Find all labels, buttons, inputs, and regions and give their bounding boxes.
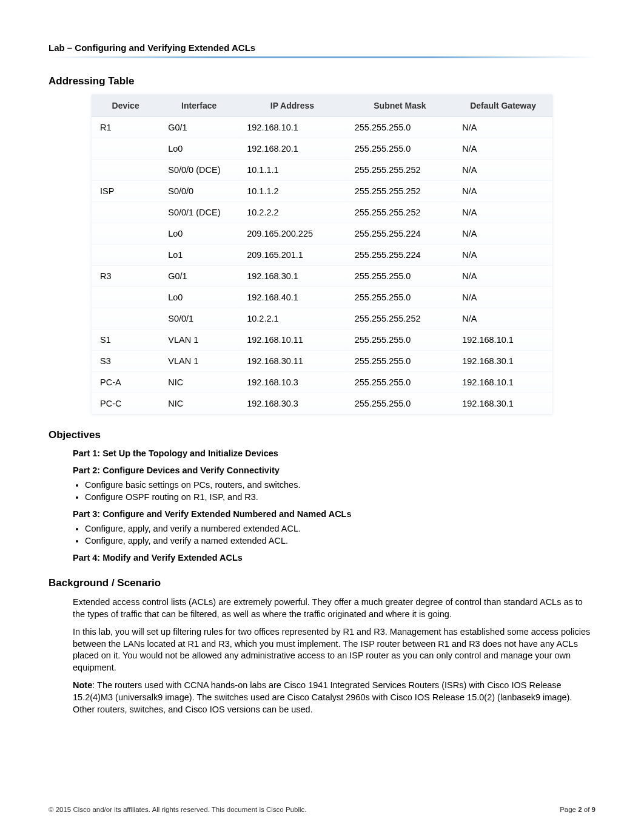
objectives-heading: Objectives <box>49 429 595 441</box>
table-cell: 255.255.255.0 <box>346 330 454 351</box>
objectives-block: Part 1: Set Up the Topology and Initiali… <box>73 448 595 563</box>
table-cell: S0/0/0 (DCE) <box>159 160 238 181</box>
table-row: S3VLAN 1192.168.30.11255.255.255.0192.16… <box>92 351 552 372</box>
table-row: PC-CNIC192.168.30.3255.255.255.0192.168.… <box>92 393 552 414</box>
table-cell: 10.1.1.2 <box>238 181 346 202</box>
table-cell: 255.255.255.252 <box>346 308 454 330</box>
table-row: S0/0/1 (DCE)10.2.2.2255.255.255.252N/A <box>92 202 552 223</box>
table-cell <box>92 245 159 266</box>
table-cell: 192.168.10.1 <box>454 330 552 351</box>
table-cell: N/A <box>454 202 552 223</box>
table-cell: VLAN 1 <box>159 330 238 351</box>
table-row: R1G0/1192.168.10.1255.255.255.0N/A <box>92 117 552 138</box>
header-divider <box>49 56 595 58</box>
table-cell: 192.168.10.1 <box>238 117 346 138</box>
background-p2: In this lab, you will set up filtering r… <box>73 626 595 674</box>
table-row: PC-ANIC192.168.10.3255.255.255.0192.168.… <box>92 372 552 393</box>
table-cell: Lo0 <box>159 287 238 308</box>
table-cell <box>92 138 159 160</box>
part3-bullets: Configure, apply, and verify a numbered … <box>73 524 595 546</box>
table-cell: 192.168.20.1 <box>238 138 346 160</box>
table-cell: 255.255.255.252 <box>346 202 454 223</box>
table-row: Lo0192.168.20.1255.255.255.0N/A <box>92 138 552 160</box>
table-cell: Lo1 <box>159 245 238 266</box>
table-cell: R1 <box>92 117 159 138</box>
doc-title: Lab – Configuring and Verifying Extended… <box>49 42 595 53</box>
table-cell: PC-A <box>92 372 159 393</box>
table-cell: 10.2.2.1 <box>238 308 346 330</box>
table-row: S0/0/110.2.2.1255.255.255.252N/A <box>92 308 552 330</box>
note-label: Note <box>73 680 92 690</box>
table-row: Lo1209.165.201.1255.255.255.224N/A <box>92 245 552 266</box>
table-cell: R3 <box>92 266 159 287</box>
list-item: Configure basic settings on PCs, routers… <box>85 480 595 490</box>
footer-page-total: 9 <box>592 806 595 813</box>
table-cell: NIC <box>159 393 238 414</box>
table-cell: N/A <box>454 160 552 181</box>
table-row: S1VLAN 1192.168.10.11255.255.255.0192.16… <box>92 330 552 351</box>
table-cell <box>92 308 159 330</box>
table-cell: 192.168.30.3 <box>238 393 346 414</box>
table-cell: S0/0/1 <box>159 308 238 330</box>
part2-bullets: Configure basic settings on PCs, routers… <box>73 480 595 502</box>
part4-heading: Part 4: Modify and Verify Extended ACLs <box>73 553 595 563</box>
table-cell: S0/0/0 <box>159 181 238 202</box>
table-cell: 255.255.255.0 <box>346 138 454 160</box>
part2-heading: Part 2: Configure Devices and Verify Con… <box>73 465 595 475</box>
table-cell: NIC <box>159 372 238 393</box>
table-cell: N/A <box>454 223 552 245</box>
table-cell: Lo0 <box>159 138 238 160</box>
table-cell: S1 <box>92 330 159 351</box>
col-mask: Subnet Mask <box>346 95 454 117</box>
table-cell: 192.168.10.3 <box>238 372 346 393</box>
list-item: Configure, apply, and verify a named ext… <box>85 536 595 546</box>
table-cell: N/A <box>454 245 552 266</box>
col-device: Device <box>92 95 159 117</box>
table-cell <box>92 202 159 223</box>
col-interface: Interface <box>159 95 238 117</box>
table-cell: 255.255.255.0 <box>346 393 454 414</box>
table-cell: S0/0/1 (DCE) <box>159 202 238 223</box>
table-cell: PC-C <box>92 393 159 414</box>
table-cell: VLAN 1 <box>159 351 238 372</box>
table-cell <box>92 223 159 245</box>
table-cell: 192.168.10.11 <box>238 330 346 351</box>
table-row: R3G0/1192.168.30.1255.255.255.0N/A <box>92 266 552 287</box>
table-cell: 10.1.1.1 <box>238 160 346 181</box>
footer-left: © 2015 Cisco and/or its affiliates. All … <box>49 806 306 813</box>
table-cell: 192.168.10.1 <box>454 372 552 393</box>
table-cell: 255.255.255.252 <box>346 181 454 202</box>
table-cell: G0/1 <box>159 117 238 138</box>
table-cell: 192.168.30.1 <box>454 393 552 414</box>
table-cell: 255.255.255.0 <box>346 287 454 308</box>
part3-heading: Part 3: Configure and Verify Extended Nu… <box>73 509 595 519</box>
background-p1: Extended access control lists (ACLs) are… <box>73 597 595 620</box>
table-cell: N/A <box>454 117 552 138</box>
table-cell: 255.255.255.0 <box>346 266 454 287</box>
list-item: Configure, apply, and verify a numbered … <box>85 524 595 533</box>
table-cell: 192.168.30.1 <box>238 266 346 287</box>
list-item: Configure OSPF routing on R1, ISP, and R… <box>85 492 595 502</box>
table-cell: 192.168.40.1 <box>238 287 346 308</box>
footer-right: Page 2 of 9 <box>560 806 595 813</box>
table-cell: 255.255.255.224 <box>346 245 454 266</box>
table-cell: 255.255.255.0 <box>346 351 454 372</box>
table-cell: N/A <box>454 138 552 160</box>
table-cell: ISP <box>92 181 159 202</box>
col-gateway: Default Gateway <box>454 95 552 117</box>
table-row: S0/0/0 (DCE)10.1.1.1255.255.255.252N/A <box>92 160 552 181</box>
background-block: Extended access control lists (ACLs) are… <box>73 597 595 715</box>
footer-page-prefix: Page <box>560 806 578 813</box>
table-cell: Lo0 <box>159 223 238 245</box>
table-cell <box>92 160 159 181</box>
table-row: Lo0192.168.40.1255.255.255.0N/A <box>92 287 552 308</box>
table-cell: G0/1 <box>159 266 238 287</box>
table-header-row: Device Interface IP Address Subnet Mask … <box>92 95 552 117</box>
table-cell: 209.165.200.225 <box>238 223 346 245</box>
part1-heading: Part 1: Set Up the Topology and Initiali… <box>73 448 595 458</box>
background-note: Note: The routers used with CCNA hands-o… <box>73 680 595 715</box>
table-cell: N/A <box>454 287 552 308</box>
table-cell: N/A <box>454 308 552 330</box>
table-cell: 192.168.30.11 <box>238 351 346 372</box>
table-cell: 255.255.255.224 <box>346 223 454 245</box>
